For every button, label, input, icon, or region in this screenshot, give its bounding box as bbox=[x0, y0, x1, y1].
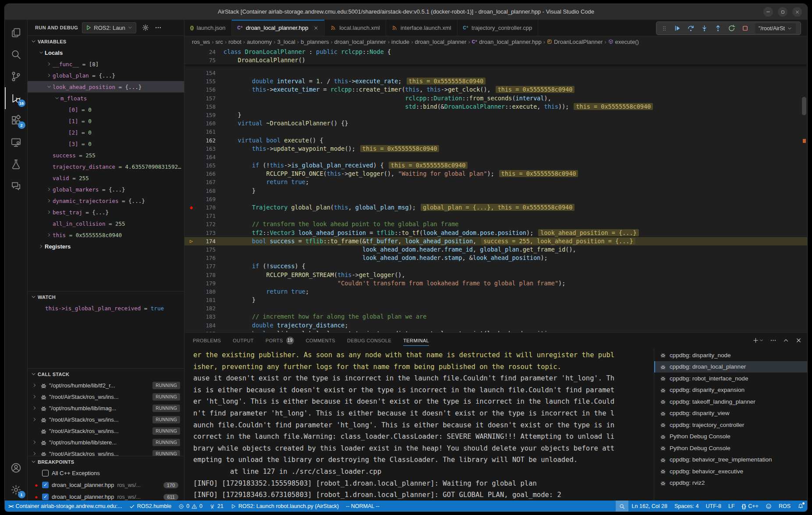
close-icon[interactable] bbox=[313, 25, 319, 31]
gutter[interactable]: 166 bbox=[184, 170, 218, 178]
breadcrumb-file[interactable]: droan_local_planner.hpp bbox=[479, 39, 541, 45]
gutter[interactable]: 168 bbox=[184, 187, 218, 195]
close-panel-icon[interactable] bbox=[795, 337, 802, 344]
terminal-output[interactable]: er the existing publisher. As soon as an… bbox=[184, 348, 654, 501]
variable-row[interactable]: success = 255 bbox=[28, 149, 184, 161]
call-stack-row[interactable]: "/root/AirStack/ros_ws/ins...RUNNING bbox=[28, 391, 184, 402]
gutter[interactable]: 163 bbox=[184, 145, 218, 153]
breadcrumb-item[interactable]: autonomy bbox=[247, 39, 272, 45]
call-stack-row[interactable]: "/root/AirStack/ros_ws/ins...RUNNING bbox=[28, 425, 184, 437]
call-stack-row[interactable]: "/opt/ros/humble/lib/stere...RUNNING bbox=[28, 437, 184, 448]
breadcrumb-item[interactable]: ros_ws bbox=[192, 39, 210, 45]
call-stack-row[interactable]: "/root/AirStack/ros_ws/ins...RUNNING bbox=[28, 414, 184, 425]
gutter[interactable]: 172 bbox=[184, 220, 218, 228]
gutter[interactable]: 75 bbox=[184, 56, 218, 64]
step-out-icon[interactable] bbox=[714, 25, 722, 32]
variable-row[interactable]: Registers bbox=[28, 241, 184, 252]
variable-row[interactable]: [1] = 0 bbox=[28, 115, 184, 127]
variable-row[interactable]: Locals bbox=[28, 47, 184, 58]
variable-row[interactable]: __func__ = [8] bbox=[28, 58, 184, 70]
checkbox[interactable] bbox=[42, 470, 49, 476]
gutter[interactable]: 169 bbox=[184, 195, 218, 203]
gutter[interactable]: 185 bbox=[184, 330, 218, 332]
maximize-panel-icon[interactable] bbox=[783, 337, 789, 344]
continue-icon[interactable] bbox=[674, 25, 681, 32]
variable-row[interactable]: all_in_collision = 255 bbox=[28, 218, 184, 229]
activity-settings-icon[interactable]: 1 bbox=[5, 479, 28, 501]
tab-local.launch.xml[interactable]: local.launch.xml bbox=[325, 20, 386, 36]
terminal-list-item[interactable]: cppdbg: disparity_node bbox=[654, 349, 807, 361]
gutter[interactable]: 178 bbox=[184, 271, 218, 279]
activity-source-control-icon[interactable] bbox=[5, 65, 28, 87]
feedback-smiley-icon[interactable] bbox=[762, 501, 775, 512]
gutter[interactable]: 173 bbox=[184, 229, 218, 237]
gutter[interactable]: 181 bbox=[184, 296, 218, 304]
call-stack-row[interactable]: "/opt/ros/humble/lib/tf2_r...RUNNING bbox=[28, 380, 184, 391]
debug-session-dropdown[interactable]: "/root/AirSt bbox=[755, 23, 796, 33]
ros-extension[interactable]: ROS bbox=[775, 501, 794, 512]
tab-launch.json[interactable]: {}launch.json bbox=[184, 20, 232, 36]
gutter[interactable]: 179 bbox=[184, 279, 218, 288]
terminal-list-item[interactable]: Python Debug Console bbox=[654, 442, 807, 454]
variable-row[interactable]: [3] = 0 bbox=[28, 138, 184, 149]
gutter[interactable]: 176 bbox=[184, 254, 218, 262]
restart-icon[interactable] bbox=[728, 25, 735, 32]
cursor-position[interactable]: Ln 162, Col 28 bbox=[628, 501, 671, 512]
variable-row[interactable]: [0] = 0 bbox=[28, 104, 184, 115]
breadcrumb-item[interactable]: robot bbox=[228, 39, 241, 45]
variable-row[interactable]: best_traj = {...} bbox=[28, 206, 184, 218]
gutter[interactable]: 180 bbox=[184, 288, 218, 296]
minimize-button[interactable] bbox=[763, 7, 773, 17]
activity-search-icon[interactable] bbox=[5, 43, 28, 65]
terminal-list-item[interactable]: cppdbg: takeoff_landing_planner bbox=[654, 396, 807, 408]
variable-row[interactable]: look_ahead_position = {...} bbox=[28, 81, 184, 92]
breadcrumb-item[interactable]: droan_local_planner bbox=[415, 39, 467, 45]
activity-comments-icon[interactable] bbox=[5, 175, 28, 197]
step-over-icon[interactable] bbox=[687, 25, 695, 32]
debug-launch-status[interactable]: ROS2: Launch robot.launch.py (AirStack) bbox=[227, 501, 342, 512]
terminal-list-item[interactable]: cppdbg: behavior_executive bbox=[654, 465, 807, 477]
gutter[interactable]: 164 bbox=[184, 153, 218, 161]
variable-row[interactable]: global_markers = {...} bbox=[28, 184, 184, 195]
terminal-list-item[interactable]: cppdbg: trajectory_controller bbox=[654, 419, 807, 431]
gutter[interactable]: 171 bbox=[184, 212, 218, 220]
close-button[interactable] bbox=[792, 7, 802, 17]
launch-config-dropdown[interactable]: ROS2: Laun bbox=[82, 22, 136, 33]
activity-testing-icon[interactable] bbox=[5, 153, 28, 175]
variable-row[interactable]: trajectory_distance = 4.63557090831592… bbox=[28, 161, 184, 172]
variable-row[interactable]: global_plan = {...} bbox=[28, 70, 184, 81]
breadcrumb-item[interactable]: b_planners bbox=[301, 39, 329, 45]
gutter[interactable]: 155 bbox=[184, 77, 218, 85]
gutter[interactable]: 182 bbox=[184, 304, 218, 313]
maximize-button[interactable] bbox=[778, 7, 787, 17]
gutter[interactable]: 177 bbox=[184, 262, 218, 270]
gutter[interactable]: 165 bbox=[184, 161, 218, 170]
terminal-list-item[interactable]: cppdbg: robot_interface_node bbox=[654, 373, 807, 384]
activity-accounts-icon[interactable] bbox=[5, 457, 28, 479]
watch-header[interactable]: WATCH bbox=[28, 291, 184, 302]
call-stack-row[interactable]: "/opt/ros/humble/lib/imag...RUNNING bbox=[28, 402, 184, 414]
breadcrumb-item[interactable]: droan_local_planner bbox=[334, 39, 386, 45]
encoding[interactable]: UTF-8 bbox=[702, 501, 725, 512]
panel-tab-output[interactable]: OUTPUT bbox=[233, 333, 254, 348]
editor-scrollbar[interactable] bbox=[802, 97, 806, 115]
gutter[interactable]: 156 bbox=[184, 85, 218, 94]
terminal-list-item[interactable]: Python Debug Console bbox=[654, 431, 807, 443]
breadcrumb-class[interactable]: DroanLocalPlanner bbox=[554, 39, 603, 45]
gutter[interactable]: 162 bbox=[184, 136, 218, 145]
terminal-list-item[interactable]: cppdbg: disparity_expansion bbox=[654, 384, 807, 396]
variable-row[interactable]: [2] = 0 bbox=[28, 127, 184, 138]
gutter[interactable]: 24 bbox=[184, 48, 218, 56]
activity-remote-explorer-icon[interactable] bbox=[5, 131, 28, 153]
variable-row[interactable]: m_floats bbox=[28, 92, 184, 104]
gutter[interactable]: 167 bbox=[184, 178, 218, 186]
more-actions-icon[interactable] bbox=[770, 337, 777, 344]
gutter[interactable]: 158 bbox=[184, 103, 218, 111]
new-terminal-icon[interactable] bbox=[752, 337, 764, 344]
terminal-list-item[interactable]: cppdbg: droan_local_planner bbox=[654, 361, 807, 373]
zoom-indicator[interactable] bbox=[616, 501, 628, 512]
call-stack-header[interactable]: CALL STACK bbox=[28, 369, 184, 380]
start-debug-icon[interactable] bbox=[85, 25, 92, 31]
code-editor[interactable]: 24class DroanLocalPlanner : public rclcp… bbox=[184, 47, 807, 332]
activity-extensions-icon[interactable]: 2 bbox=[5, 109, 28, 131]
